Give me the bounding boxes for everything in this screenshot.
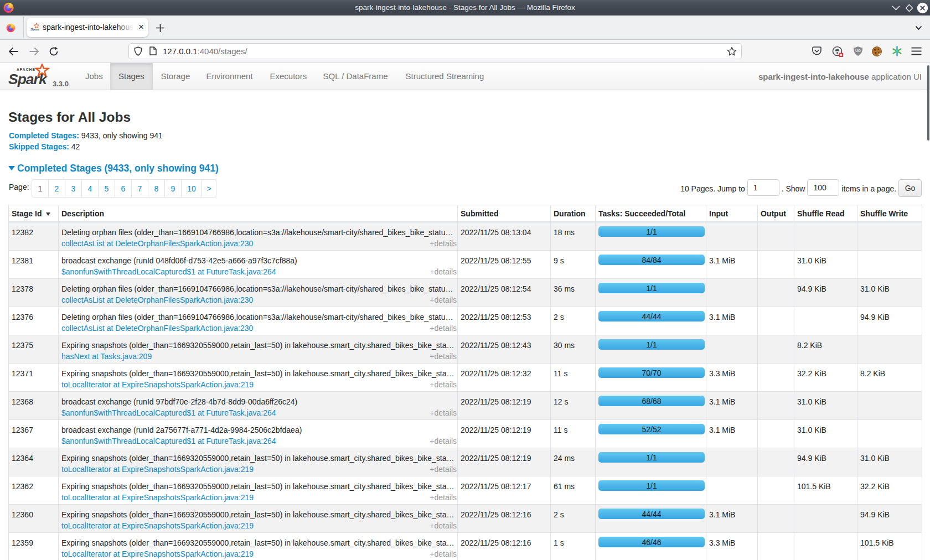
- svg-text:APACHE: APACHE: [17, 68, 35, 71]
- svg-text:UO: UO: [855, 49, 861, 53]
- svg-text:Spark: Spark: [30, 27, 39, 31]
